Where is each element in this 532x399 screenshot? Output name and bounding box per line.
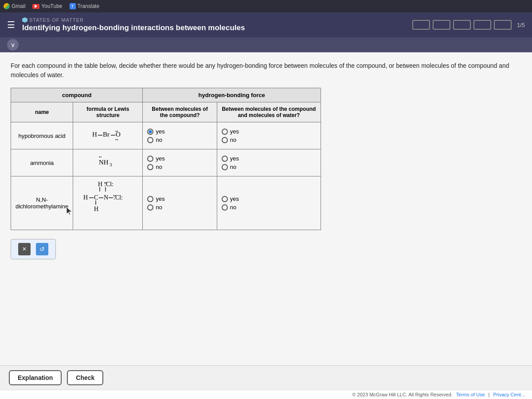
dichloro-structure-svg: H •• :Cl: H C N •• (81, 180, 134, 224)
progress-box-5 (494, 20, 512, 30)
bottom-bar: Explanation Check (0, 365, 532, 390)
radio-selected-icon (147, 129, 153, 135)
name-cell-ammonia: ammonia (11, 149, 73, 176)
svg-text:N: N (104, 194, 108, 201)
radio-empty-icon (147, 156, 153, 162)
table-row-hypobromous: hypobromous acid H Br O (11, 122, 321, 149)
svg-text::Cl:: :Cl: (113, 194, 123, 201)
name-cell-hypobromous: hypobromous acid (11, 122, 73, 149)
dichloro-water-no[interactable]: no (222, 204, 236, 211)
dichloro-between-group: yes no (147, 196, 212, 211)
progress-box-4 (473, 20, 491, 30)
dialog-x-button[interactable]: × (18, 243, 31, 255)
ammonia-water-group: yes no (222, 155, 316, 170)
formula-cell-nh3: NH 3 •• (73, 149, 143, 176)
formula-cell-hbro: H Br O •• •• (73, 122, 143, 149)
svg-text:C: C (94, 194, 98, 201)
svg-text:••: •• (99, 155, 102, 159)
nh3-structure-svg: NH 3 •• (94, 153, 121, 171)
check-button[interactable]: Check (67, 370, 103, 385)
main-content: For each compound in the table below, de… (0, 52, 532, 365)
svg-text:Br: Br (103, 131, 110, 138)
between-water-hypobromous[interactable]: yes no (217, 122, 321, 149)
chevron-row: ∨ (0, 37, 532, 52)
radio-empty-icon (147, 204, 153, 211)
radio-empty-icon (222, 156, 228, 162)
radio-empty-icon (222, 196, 228, 202)
dichloro-between-no[interactable]: no (147, 204, 162, 211)
svg-text::Cl:: :Cl: (104, 181, 113, 188)
hypobromous-water-no[interactable]: no (222, 137, 236, 143)
between-compound-subheader: Between molecules of the compound? (143, 102, 217, 122)
between-compound-ammonia[interactable]: yes no (143, 149, 217, 176)
svg-text:••: •• (115, 129, 118, 133)
terms-of-use-link[interactable]: Terms of Use (456, 392, 485, 397)
app-header: ☰ STATES OF MATTER Identifying hydrogen-… (0, 12, 532, 37)
app-container: ☰ STATES OF MATTER Identifying hydrogen-… (0, 12, 532, 399)
hypobromous-between-yes[interactable]: yes (147, 128, 164, 135)
dialog-box: × ↺ (11, 239, 56, 259)
translate-tab[interactable]: T Translate (70, 3, 100, 9)
radio-empty-icon (222, 129, 228, 135)
radio-empty-icon (222, 164, 228, 170)
privacy-center-link[interactable]: Privacy Cent... (493, 392, 525, 397)
progress-box-3 (453, 20, 471, 30)
copyright-bar: © 2023 McGraw Hill LLC. All Rights Reser… (0, 390, 532, 399)
ammonia-between-yes[interactable]: yes (147, 155, 164, 162)
compound-header: compound (11, 88, 143, 102)
formula-cell-dichloro: H •• :Cl: H C N •• (73, 176, 143, 230)
formula-subheader: formula or Lewis structure (73, 102, 143, 122)
collapse-button[interactable]: ∨ (7, 39, 19, 51)
dichloro-between-yes[interactable]: yes (147, 196, 164, 202)
between-water-dichloro[interactable]: yes no (217, 176, 321, 230)
hamburger-menu[interactable]: ☰ (7, 20, 15, 30)
chemistry-table: compound hydrogen-bonding force name for… (11, 88, 321, 230)
radio-empty-icon (222, 137, 228, 143)
page-title: Identifying hydrogen-bonding interaction… (22, 23, 405, 32)
progress-counter: 1/5 (517, 22, 525, 28)
progress-box-2 (433, 20, 450, 30)
hypobromous-water-yes[interactable]: yes (222, 128, 239, 135)
explanation-button[interactable]: Explanation (9, 370, 62, 385)
dichloro-water-yes[interactable]: yes (222, 196, 239, 202)
topic-label: STATES OF MATTER (22, 17, 405, 23)
instruction-text: For each compound in the table below, de… (11, 61, 521, 80)
ammonia-between-group: yes no (147, 155, 212, 170)
dialog-undo-button[interactable]: ↺ (36, 243, 48, 255)
dichloro-water-group: yes no (222, 196, 316, 211)
between-compound-dichloro[interactable]: yes no (143, 176, 217, 230)
svg-text:H: H (83, 194, 88, 201)
topic-hexagon-icon (22, 17, 27, 23)
svg-text:••: •• (115, 137, 118, 142)
svg-text:H: H (98, 181, 102, 188)
hypobromous-between-group: yes no (147, 128, 212, 143)
between-compound-hypobromous[interactable]: yes no (143, 122, 217, 149)
hbro-structure-svg: H Br O •• •• (90, 126, 125, 144)
svg-text:NH: NH (99, 159, 109, 166)
youtube-tab[interactable]: YouTube (32, 3, 62, 9)
gmail-tab[interactable]: Gmail (4, 3, 25, 9)
ammonia-between-no[interactable]: no (147, 164, 162, 170)
hypobromous-between-no[interactable]: no (147, 137, 162, 143)
ammonia-water-yes[interactable]: yes (222, 155, 239, 162)
radio-empty-icon (147, 164, 153, 170)
name-subheader: name (11, 102, 73, 122)
radio-empty-icon (222, 204, 228, 211)
svg-text:H: H (92, 131, 97, 138)
svg-text:3: 3 (110, 162, 112, 167)
progress-box-1 (412, 20, 430, 30)
svg-text:H: H (94, 206, 98, 212)
between-water-ammonia[interactable]: yes no (217, 149, 321, 176)
hypobromous-water-group: yes no (222, 128, 316, 143)
table-row-ammonia: ammonia NH 3 •• (11, 149, 321, 176)
radio-empty-icon (147, 196, 153, 202)
ammonia-water-no[interactable]: no (222, 164, 236, 170)
browser-tabs-bar: Gmail YouTube T Translate (0, 0, 532, 12)
copyright-text: © 2023 McGraw Hill LLC. All Rights Reser… (352, 392, 452, 397)
between-water-subheader: Between molecules of the compound and mo… (217, 102, 321, 122)
progress-area: 1/5 (412, 20, 525, 30)
table-row-dichloromethylamine: N,N-dichloromethylamine H •• :Cl: H (11, 176, 321, 230)
header-content: STATES OF MATTER Identifying hydrogen-bo… (22, 17, 405, 32)
name-cell-dichloro: N,N-dichloromethylamine (11, 176, 73, 230)
radio-empty-icon (147, 137, 153, 143)
